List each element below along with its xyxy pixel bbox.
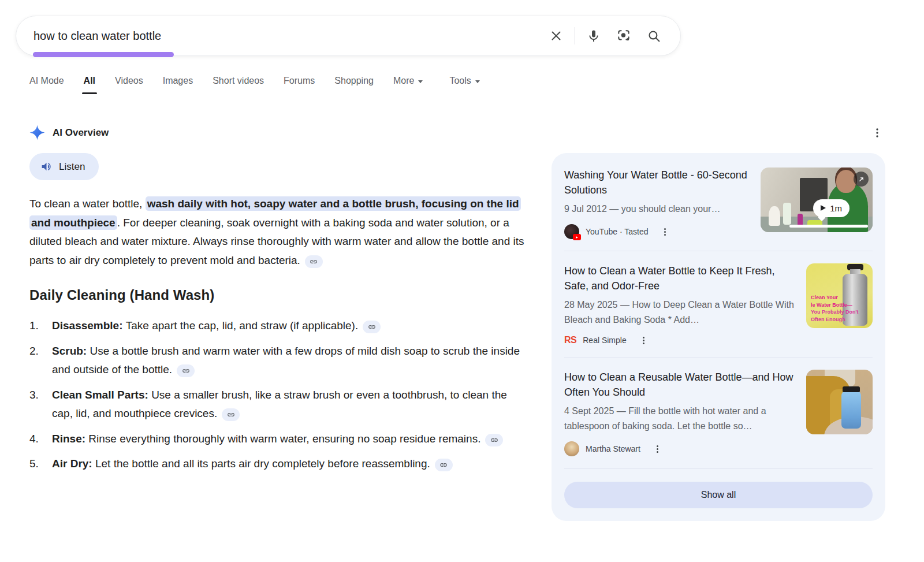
list-item-body: Rinse: Rinse everything thoroughly with … bbox=[52, 430, 503, 449]
list-item: 4.Rinse: Rinse everything thoroughly wit… bbox=[29, 430, 525, 449]
citation-link-icon[interactable] bbox=[177, 364, 195, 377]
tab-label: Images bbox=[163, 76, 193, 86]
related-results-panel: Washing Your Water Bottle - 60-Second So… bbox=[552, 153, 885, 521]
search-bar[interactable] bbox=[16, 16, 681, 56]
mic-icon[interactable] bbox=[579, 22, 609, 50]
video-thumbnail[interactable]: 1m bbox=[761, 168, 873, 232]
list-item-label: Clean Small Parts: bbox=[52, 389, 151, 401]
clear-icon[interactable] bbox=[541, 22, 571, 50]
source-name[interactable]: Martha Stewart bbox=[586, 444, 640, 453]
list-item-number: 3. bbox=[29, 386, 52, 423]
list-item-number: 4. bbox=[29, 430, 52, 449]
tab-label: More bbox=[393, 76, 414, 86]
show-all-button[interactable]: Show all bbox=[564, 482, 873, 508]
tab-short-videos[interactable]: Short videos bbox=[213, 76, 264, 94]
intro-text: To clean a water bottle, bbox=[29, 198, 146, 210]
tab-images[interactable]: Images bbox=[163, 76, 193, 94]
card-title[interactable]: How to Clean a Water Bottle to Keep It F… bbox=[564, 263, 796, 293]
duration-label: 1m bbox=[830, 203, 842, 213]
tab-all[interactable]: All bbox=[84, 76, 95, 94]
tab-videos[interactable]: Videos bbox=[115, 76, 143, 94]
listen-button[interactable]: Listen bbox=[29, 153, 99, 180]
search-input[interactable] bbox=[33, 29, 541, 43]
source-name[interactable]: YouTube · Tasted bbox=[586, 227, 648, 236]
list-item-label: Scrub: bbox=[52, 345, 90, 357]
overview-intro: To clean a water bottle, wash daily with… bbox=[29, 195, 525, 270]
video-duration-badge: 1m bbox=[813, 199, 850, 217]
overview-options-kebab-icon[interactable] bbox=[872, 128, 882, 140]
ai-overview-section: AI Overview Listen To clean a water bott… bbox=[29, 125, 525, 480]
result-card-realsimple[interactable]: How to Clean a Water Bottle to Keep It F… bbox=[564, 251, 873, 357]
video-progress-bar bbox=[789, 225, 868, 228]
result-card-video[interactable]: Washing Your Water Bottle - 60-Second So… bbox=[564, 155, 873, 251]
list-item: 3.Clean Small Parts: Use a smaller brush… bbox=[29, 386, 525, 423]
search-icon[interactable] bbox=[639, 22, 669, 50]
tab-more[interactable]: More bbox=[393, 76, 423, 94]
marthastewart-avatar bbox=[564, 441, 579, 456]
tab-tools[interactable]: Tools bbox=[449, 76, 479, 94]
list-item-label: Air Dry: bbox=[52, 457, 95, 470]
tab-label: All bbox=[84, 76, 95, 86]
card-snippet: 4 Sept 2025 — Fill the bottle with hot w… bbox=[564, 404, 796, 434]
realsimple-favicon: RS bbox=[564, 335, 576, 345]
list-item-body: Disassemble: Take apart the cap, lid, an… bbox=[52, 317, 381, 336]
tab-label: Tools bbox=[449, 76, 471, 86]
card-title[interactable]: Washing Your Water Bottle - 60-Second So… bbox=[564, 168, 750, 198]
divider bbox=[564, 468, 873, 469]
ai-sparkle-icon bbox=[29, 125, 45, 140]
list-item-body: Clean Small Parts: Use a smaller brush, … bbox=[52, 386, 525, 423]
card-snippet: 9 Jul 2012 — you should clean your… bbox=[564, 202, 750, 217]
lens-icon[interactable] bbox=[609, 22, 639, 50]
card-kebab-icon[interactable] bbox=[653, 445, 662, 453]
card-kebab-icon[interactable] bbox=[639, 336, 648, 345]
list-item-number: 1. bbox=[29, 317, 52, 336]
ai-overview-header: AI Overview bbox=[29, 125, 525, 140]
tab-ai-mode[interactable]: AI Mode bbox=[29, 76, 64, 94]
youtube-play-badge-icon bbox=[573, 234, 581, 240]
play-icon bbox=[821, 205, 826, 211]
steps-list: 1.Disassemble: Take apart the cap, lid, … bbox=[29, 317, 525, 474]
citation-link-icon[interactable] bbox=[363, 321, 381, 333]
citation-link-icon[interactable] bbox=[435, 459, 453, 471]
article-thumbnail[interactable]: Clean Yourle Water Bottle—You Probably D… bbox=[806, 263, 873, 328]
list-item: 2.Scrub: Use a bottle brush and warm wat… bbox=[29, 342, 525, 379]
tabs: AI ModeAllVideosImagesShort videosForums… bbox=[29, 76, 480, 94]
card-source-row: RS Real Simple bbox=[564, 335, 796, 345]
tab-forums[interactable]: Forums bbox=[284, 76, 315, 94]
tab-label: Videos bbox=[115, 76, 143, 86]
card-title[interactable]: How to Clean a Reusable Water Bottle—and… bbox=[564, 370, 796, 400]
card-source-row: YouTube · Tasted bbox=[564, 224, 750, 239]
result-card-marthastewart[interactable]: How to Clean a Reusable Water Bottle—and… bbox=[564, 357, 873, 468]
search-bar-icons bbox=[541, 22, 669, 50]
section-heading: Daily Cleaning (Hand Wash) bbox=[29, 287, 525, 303]
list-item-number: 2. bbox=[29, 342, 52, 379]
tab-label: AI Mode bbox=[29, 76, 64, 86]
card-kebab-icon[interactable] bbox=[661, 228, 669, 236]
list-item-text: Rinse everything thoroughly with warm wa… bbox=[88, 433, 480, 445]
citation-link-icon[interactable] bbox=[222, 408, 240, 421]
source-name[interactable]: Real Simple bbox=[583, 336, 626, 345]
card-snippet: 28 May 2025 — How to Deep Clean a Water … bbox=[564, 297, 796, 327]
listen-progress-bar bbox=[33, 52, 174, 57]
list-item-label: Disassemble: bbox=[52, 319, 126, 332]
tab-label: Forums bbox=[284, 76, 315, 86]
chevron-down-icon bbox=[475, 80, 480, 83]
list-item-body: Scrub: Use a bottle brush and warm water… bbox=[52, 342, 525, 379]
list-item: 1.Disassemble: Take apart the cap, lid, … bbox=[29, 317, 525, 336]
page-title: AI Overview bbox=[53, 127, 109, 139]
thumbnail-text: Clean Yourle Water Bottle—You Probably D… bbox=[811, 294, 858, 323]
article-thumbnail[interactable] bbox=[806, 370, 873, 434]
tab-shopping[interactable]: Shopping bbox=[334, 76, 374, 94]
youtube-favicon bbox=[564, 224, 579, 239]
tab-label: Short videos bbox=[213, 76, 264, 86]
speaker-icon bbox=[40, 161, 53, 173]
tab-label: Shopping bbox=[334, 76, 374, 86]
chevron-down-icon bbox=[418, 80, 423, 83]
citation-link-icon[interactable] bbox=[305, 255, 323, 268]
divider bbox=[575, 27, 575, 44]
expand-icon[interactable] bbox=[854, 172, 869, 187]
list-item-body: Air Dry: Let the bottle and all its part… bbox=[52, 455, 453, 474]
list-item-text: Take apart the cap, lid, and straw (if a… bbox=[126, 319, 358, 332]
citation-link-icon[interactable] bbox=[485, 434, 503, 446]
listen-label: Listen bbox=[59, 161, 85, 173]
